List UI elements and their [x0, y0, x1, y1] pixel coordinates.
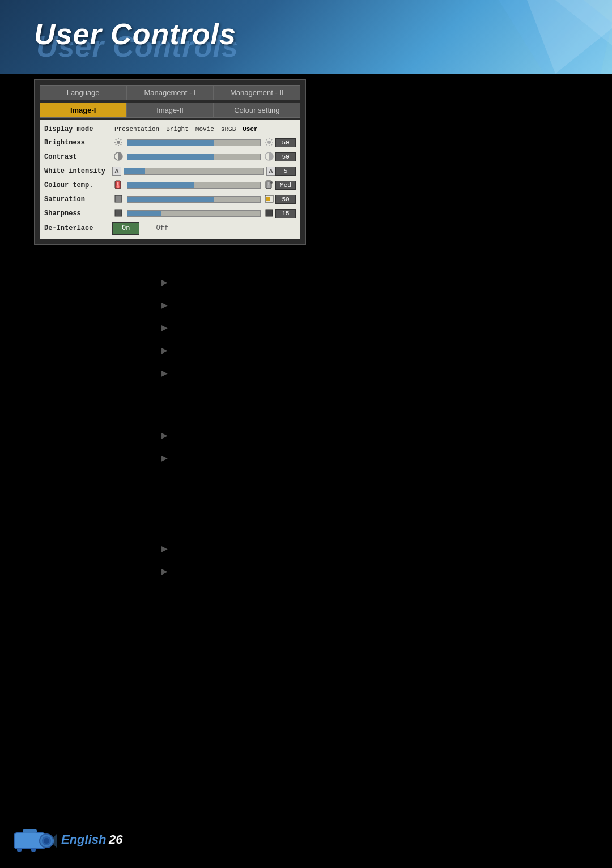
svg-point-12 [267, 141, 271, 144]
tab-image-2[interactable]: Image-II [126, 103, 213, 118]
svg-rect-34 [266, 210, 273, 216]
svg-rect-32 [266, 197, 270, 201]
svg-line-20 [266, 144, 267, 144]
mode-user[interactable]: User [240, 125, 260, 134]
svg-line-19 [271, 139, 272, 139]
saturation-label: Saturation [44, 195, 112, 203]
deinterlace-label: De-Interlace [44, 224, 112, 232]
arrow-bullet-6: ▶ [162, 431, 168, 440]
white-intensity-right-icon: A [266, 167, 275, 176]
svg-line-17 [266, 139, 267, 139]
tab-colour-setting[interactable]: Colour setting [214, 103, 300, 118]
display-mode-buttons: Presentation Bright Movie sRGB User [112, 125, 296, 134]
svg-rect-28 [268, 182, 270, 185]
colour-temp-label: Colour temp. [44, 181, 112, 189]
colour-temp-right-icon [263, 180, 275, 191]
sharpness-slider[interactable] [127, 210, 261, 217]
sharpness-right-icon [263, 209, 275, 219]
arrow-bullet-1: ▶ [162, 278, 168, 287]
deinterlace-on-button[interactable]: On [112, 222, 139, 235]
mode-srgb[interactable]: sRGB [219, 125, 238, 134]
arrow-bullet-2: ▶ [162, 300, 168, 309]
arrow-bullet-4: ▶ [162, 346, 168, 355]
brightness-row: Brightness [44, 137, 296, 148]
brightness-value: 50 [275, 138, 296, 147]
content-area: Display mode Presentation Bright Movie s… [40, 120, 300, 239]
contrast-slider[interactable] [127, 154, 261, 160]
tab-language[interactable]: Language [40, 85, 126, 100]
saturation-value: 50 [275, 195, 296, 204]
projector-icon [11, 823, 57, 857]
white-intensity-label: White intensity [44, 167, 112, 175]
footer-text: English 26 [61, 832, 122, 847]
arrow-bullet-5: ▶ [162, 368, 168, 377]
white-intensity-value: 5 [275, 167, 296, 176]
svg-point-3 [117, 141, 120, 144]
svg-point-27 [267, 185, 270, 188]
tab-management-1[interactable]: Management - I [126, 85, 213, 100]
contrast-left-icon [112, 152, 125, 163]
mode-bright[interactable]: Bright [164, 125, 191, 134]
svg-rect-33 [115, 210, 122, 216]
svg-marker-2 [499, 0, 612, 74]
colour-temp-value: Med [275, 181, 296, 190]
colour-temp-row: Colour temp. Med [44, 180, 296, 191]
white-intensity-row: White intensity A A 5 [44, 165, 296, 177]
white-intensity-left-icon: A [112, 167, 121, 176]
brightness-label: Brightness [44, 139, 112, 147]
contrast-label: Contrast [44, 153, 112, 161]
svg-point-24 [117, 185, 120, 188]
arrow-bullet-3: ▶ [162, 323, 168, 332]
tab-row-2: Image-I Image-II Colour setting [40, 103, 300, 118]
saturation-right-icon [263, 194, 275, 205]
colour-temp-fill [128, 182, 194, 188]
svg-rect-41 [31, 848, 36, 852]
arrow-bullet-9: ▶ [162, 567, 168, 576]
tab-management-2[interactable]: Management - II [214, 85, 300, 100]
contrast-fill [128, 154, 214, 160]
svg-point-38 [44, 838, 49, 844]
contrast-right-icon [263, 152, 275, 163]
display-mode-row: Display mode Presentation Bright Movie s… [44, 125, 296, 134]
sharpness-label: Sharpness [44, 210, 112, 218]
saturation-slider[interactable] [127, 196, 261, 203]
svg-line-8 [116, 139, 116, 139]
svg-rect-30 [115, 195, 122, 202]
brightness-fill [128, 140, 214, 146]
page-number: 26 [109, 832, 122, 846]
mode-presentation[interactable]: Presentation [112, 125, 162, 134]
saturation-fill [128, 197, 214, 202]
bottom-logo-area: English 26 [11, 823, 122, 857]
saturation-row: Saturation 50 [44, 194, 296, 205]
english-label: English [61, 832, 106, 846]
tab-image-1[interactable]: Image-I [40, 103, 126, 118]
arrow-bullet-8: ▶ [162, 544, 168, 553]
svg-rect-39 [23, 829, 37, 833]
svg-line-11 [116, 144, 116, 144]
sharpness-value: 15 [275, 209, 296, 218]
svg-line-9 [121, 144, 121, 144]
colour-temp-slider[interactable] [127, 182, 261, 189]
svg-rect-40 [17, 848, 22, 852]
mode-movie[interactable]: Movie [193, 125, 216, 134]
svg-line-18 [271, 144, 272, 144]
brightness-slider[interactable] [127, 139, 261, 146]
arrow-bullet-7: ▶ [162, 453, 168, 462]
brightness-left-icon [112, 138, 125, 148]
main-panel: Language Management - I Management - II … [34, 79, 306, 245]
svg-marker-42 [53, 834, 57, 848]
deinterlace-off-label: Off [139, 224, 185, 232]
white-intensity-fill [124, 168, 145, 174]
white-intensity-slider[interactable] [124, 168, 264, 175]
contrast-row: Contrast 50 [44, 151, 296, 163]
display-mode-label: Display mode [44, 125, 112, 133]
tab-row-1: Language Management - I Management - II [40, 85, 300, 100]
svg-rect-25 [117, 182, 119, 185]
contrast-value: 50 [275, 152, 296, 161]
page-title: User Controls [34, 17, 236, 51]
colour-temp-left-icon [112, 180, 125, 191]
sharpness-fill [128, 211, 161, 216]
sharpness-row: Sharpness 15 [44, 208, 296, 219]
saturation-left-icon [112, 194, 125, 205]
sharpness-left-icon [112, 209, 125, 219]
